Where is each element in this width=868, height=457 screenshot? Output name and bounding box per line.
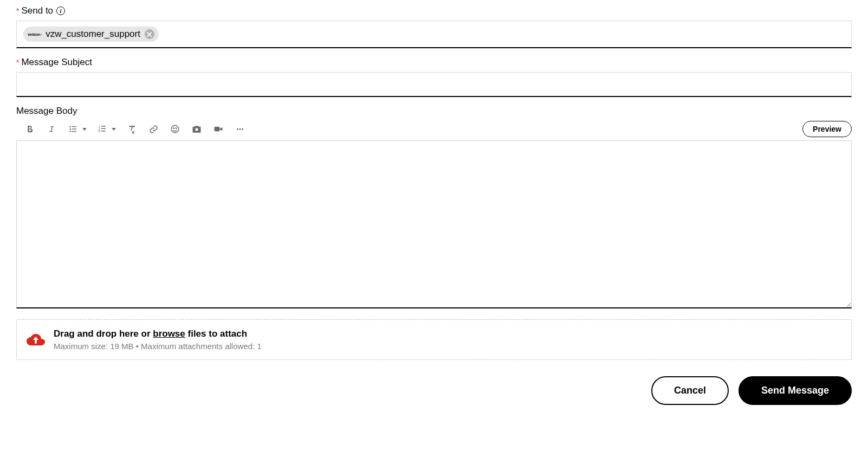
numbered-list-icon[interactable]: 123 [96, 123, 108, 135]
bullet-list-icon[interactable] [67, 123, 79, 135]
numbered-list-dropdown-icon[interactable] [112, 128, 116, 131]
bullet-list-dropdown-icon[interactable] [82, 128, 87, 131]
svg-point-14 [176, 128, 177, 129]
link-icon[interactable] [147, 123, 159, 135]
svg-point-1 [69, 128, 71, 130]
toolbar-buttons: 123 [16, 123, 246, 135]
remove-recipient-icon[interactable] [145, 29, 154, 39]
clear-format-icon[interactable] [126, 123, 138, 135]
message-body-editor[interactable] [16, 140, 852, 308]
attachment-limits: Maximum size: 19 MB • Maximum attachment… [54, 342, 262, 351]
cancel-button[interactable]: Cancel [651, 376, 729, 405]
attachment-instruction: Drag and drop here or browse files to at… [54, 329, 262, 339]
number-list-group: 123 [96, 123, 116, 135]
required-mark: * [16, 58, 19, 67]
camera-icon[interactable] [191, 123, 203, 135]
recipient-pill: verizon vzw_customer_support [23, 27, 159, 42]
svg-rect-3 [72, 126, 76, 127]
subject-label: Message Subject [21, 57, 92, 68]
attachment-text-group: Drag and drop here or browse files to at… [54, 329, 262, 351]
attachment-dropzone[interactable]: Drag and drop here or browse files to at… [16, 319, 852, 360]
upload-cloud-icon [27, 332, 45, 347]
browse-link[interactable]: browse [153, 329, 185, 339]
svg-point-2 [69, 131, 71, 132]
send-to-input[interactable]: verizon vzw_customer_support [16, 21, 852, 48]
editor-toolbar: 123 Preview [16, 121, 852, 137]
svg-point-17 [237, 128, 238, 130]
body-field: Message Body 123 [16, 106, 852, 308]
recipient-avatar: verizon [28, 33, 42, 36]
send-to-label: Send to [21, 5, 53, 16]
subject-field: * Message Subject [16, 57, 852, 97]
svg-rect-9 [101, 126, 106, 127]
form-actions: Cancel Send Message [16, 376, 852, 405]
more-icon[interactable] [234, 123, 246, 135]
required-mark: * [16, 7, 19, 15]
send-to-field: * Send to i verizon vzw_customer_support [16, 5, 852, 48]
svg-point-12 [171, 125, 179, 133]
italic-icon[interactable] [46, 123, 57, 135]
svg-rect-10 [101, 128, 106, 130]
body-label-row: Message Body [16, 106, 852, 117]
svg-point-0 [69, 126, 71, 127]
svg-point-18 [239, 128, 241, 130]
preview-button[interactable]: Preview [802, 121, 852, 137]
video-icon[interactable] [212, 123, 224, 135]
attach-prefix: Drag and drop here or [54, 329, 153, 339]
send-message-button[interactable]: Send Message [739, 376, 852, 405]
svg-text:3: 3 [99, 130, 100, 133]
info-icon[interactable]: i [56, 7, 65, 15]
bullet-list-group [67, 123, 87, 135]
body-label: Message Body [16, 106, 77, 117]
svg-rect-4 [72, 128, 76, 130]
subject-label-row: * Message Subject [16, 57, 852, 68]
svg-point-13 [173, 128, 174, 129]
bold-icon[interactable] [24, 123, 36, 135]
svg-point-15 [195, 128, 198, 131]
recipient-name: vzw_customer_support [46, 29, 140, 40]
svg-rect-5 [72, 131, 76, 132]
emoji-icon[interactable] [169, 123, 181, 135]
svg-rect-11 [101, 131, 106, 132]
send-to-label-row: * Send to i [16, 5, 852, 16]
svg-rect-16 [215, 127, 220, 131]
svg-point-19 [242, 128, 243, 130]
attach-suffix: files to attach [185, 329, 247, 339]
subject-input[interactable] [16, 72, 852, 97]
